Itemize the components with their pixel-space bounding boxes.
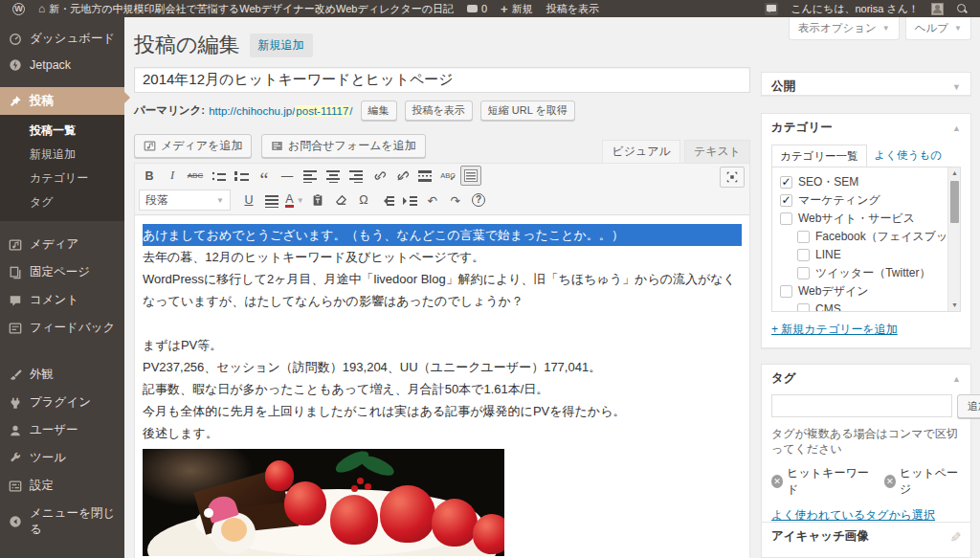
- remove-tag-icon[interactable]: ✕: [771, 475, 783, 488]
- clear-formatting-button[interactable]: [330, 190, 351, 211]
- category-list-scrollbar[interactable]: ▲ ▼: [947, 167, 960, 311]
- editor-line[interactable]: WordPressに移行して2ヶ月目、月途中「livedoor Blog」解約に…: [143, 268, 742, 312]
- chevron-up-icon[interactable]: ▲: [952, 123, 961, 133]
- wp-logo-menu[interactable]: W: [6, 0, 32, 17]
- screen-options-tab[interactable]: 表示オプション▼: [789, 17, 900, 40]
- bold-button[interactable]: B: [139, 166, 160, 186]
- get-short-url-button[interactable]: 短縮 URL を取得: [480, 100, 575, 121]
- help-button[interactable]: ?: [468, 190, 489, 211]
- category-item[interactable]: Facebook（フェイスブック）: [780, 228, 943, 246]
- checkbox-icon[interactable]: [780, 194, 792, 207]
- editor-line[interactable]: 今月も全体的に先月を上回りましたがこれは実はある記事が爆発的にPVを得たから。: [143, 400, 742, 422]
- scroll-down-arrow[interactable]: ▼: [948, 300, 961, 311]
- help-tab[interactable]: ヘルプ▼: [905, 17, 971, 40]
- indent-button[interactable]: [399, 190, 420, 211]
- pencil-icon[interactable]: ✎: [947, 531, 963, 543]
- editor-line[interactable]: [143, 312, 742, 334]
- bulleted-list-button[interactable]: [208, 166, 229, 186]
- text-color-button[interactable]: A▼: [284, 190, 305, 211]
- admin-bar-view-post[interactable]: 投稿を表示: [540, 0, 606, 17]
- category-item[interactable]: マーケティング: [780, 191, 943, 210]
- add-tag-button[interactable]: 追加: [957, 394, 980, 418]
- post-title-input[interactable]: [134, 67, 750, 93]
- sidebar-item-comments[interactable]: コメント: [0, 286, 124, 314]
- undo-button[interactable]: ↶: [422, 190, 443, 211]
- admin-bar-comments[interactable]: 0: [460, 0, 494, 17]
- underline-button[interactable]: U: [238, 190, 259, 211]
- sidebar-item-appearance[interactable]: 外観: [0, 361, 124, 389]
- remove-link-button[interactable]: [391, 166, 412, 186]
- permalink-url[interactable]: http://chihochu.jp/post-11117/: [209, 105, 352, 117]
- paragraph-format-select[interactable]: 段落▼: [139, 190, 231, 211]
- visual-editor-tab[interactable]: ビジュアル: [602, 140, 679, 163]
- proofread-button[interactable]: ABC✓: [437, 166, 458, 186]
- editor-line[interactable]: 後述します。: [143, 422, 742, 444]
- insert-link-button[interactable]: [368, 166, 390, 186]
- checkbox-icon[interactable]: [797, 303, 810, 312]
- search-button[interactable]: [949, 0, 974, 17]
- category-item[interactable]: ツイッター（Twitter）: [780, 264, 943, 282]
- blockquote-button[interactable]: “: [254, 166, 275, 186]
- admin-bar-new-content[interactable]: + 新規: [494, 0, 540, 17]
- insert-more-tag-button[interactable]: [414, 166, 435, 186]
- add-new-post-button[interactable]: 新規追加: [250, 33, 313, 57]
- notification-bubble-icon[interactable]: [765, 3, 778, 15]
- sidebar-item-feedback[interactable]: フィードバック: [0, 314, 124, 342]
- all-categories-tab[interactable]: カテゴリー一覧: [771, 145, 867, 167]
- sidebar-item-settings[interactable]: 設定: [0, 472, 124, 500]
- checkbox-icon[interactable]: [780, 212, 792, 225]
- editor-line[interactable]: まずはPV等。: [143, 334, 742, 356]
- add-media-button[interactable]: メディアを追加: [134, 134, 252, 158]
- chevron-up-icon[interactable]: ▲: [952, 374, 961, 384]
- site-name-link[interactable]: ⌂ 新・元地方の中規模印刷会社で苦悩するWebデザイナー改めWebディレクターの…: [32, 0, 460, 17]
- paste-as-text-button[interactable]: [307, 190, 328, 211]
- tags-panel-header[interactable]: タグ ▲: [762, 365, 970, 392]
- chevron-down-icon[interactable]: ▼: [952, 82, 961, 92]
- toolbar-toggle-button[interactable]: [460, 166, 481, 186]
- remove-tag-icon[interactable]: ✕: [884, 475, 896, 488]
- checkbox-icon[interactable]: [780, 176, 792, 189]
- justify-button[interactable]: [261, 190, 282, 211]
- editor-line-selected[interactable]: あけましておめでとうございます。（もう、なんどこの言葉で始まったことか。。）: [143, 224, 742, 246]
- new-tag-input[interactable]: [771, 394, 952, 417]
- submenu-tags[interactable]: タグ: [0, 190, 124, 214]
- category-item[interactable]: SEO・SEM: [780, 173, 943, 191]
- scrollbar-thumb[interactable]: [950, 181, 959, 223]
- text-editor-tab[interactable]: テキスト: [684, 140, 750, 163]
- outdent-button[interactable]: [376, 190, 397, 211]
- add-contact-form-button[interactable]: お問合せフォームを追加: [261, 134, 426, 158]
- checkbox-icon[interactable]: [797, 267, 810, 279]
- special-character-button[interactable]: Ω: [353, 190, 374, 211]
- account-greeting[interactable]: こんにちは、norisa さん！: [784, 0, 925, 17]
- permalink-slug[interactable]: post-11117: [295, 105, 349, 117]
- sidebar-item-media[interactable]: メディア: [0, 231, 124, 258]
- most-used-categories-tab[interactable]: よく使うもの: [867, 145, 949, 167]
- submenu-add-new[interactable]: 新規追加: [0, 143, 124, 167]
- edit-permalink-button[interactable]: 編集: [361, 100, 397, 121]
- editor-content[interactable]: あけましておめでとうございます。（もう、なんどこの言葉で始まったことか。。） 去…: [135, 215, 749, 558]
- align-center-button[interactable]: [323, 166, 344, 186]
- post-image-christmas-cake[interactable]: [143, 449, 504, 556]
- strikethrough-button[interactable]: ABC: [185, 166, 206, 186]
- categories-panel-header[interactable]: カテゴリー ▲: [762, 114, 970, 142]
- align-right-button[interactable]: [345, 166, 367, 186]
- category-item[interactable]: Webデザイン: [780, 282, 943, 301]
- checkbox-icon[interactable]: [797, 249, 810, 261]
- align-left-button[interactable]: [300, 166, 321, 186]
- submenu-categories[interactable]: カテゴリー: [0, 167, 124, 190]
- scroll-up-arrow[interactable]: ▲: [948, 167, 961, 179]
- sidebar-item-users[interactable]: ユーザー: [0, 416, 124, 444]
- category-item[interactable]: CMS: [780, 301, 943, 312]
- distraction-free-button[interactable]: [720, 167, 745, 188]
- sidebar-item-plugins[interactable]: プラグイン: [0, 389, 124, 416]
- editor-line[interactable]: 記事数、暇な日が多かったこともあって増え、月合計50本で1.61本/日。: [143, 378, 742, 400]
- publish-panel-header[interactable]: 公開 ▼: [762, 73, 970, 100]
- sidebar-item-pages[interactable]: 固定ページ: [0, 258, 124, 286]
- featured-image-panel-header[interactable]: アイキャッチ画像 ✎: [762, 523, 970, 550]
- italic-button[interactable]: I: [162, 166, 183, 186]
- sidebar-item-dashboard[interactable]: ダッシュボード: [0, 25, 124, 53]
- redo-button[interactable]: ↷: [445, 190, 466, 211]
- sidebar-item-posts[interactable]: 投稿: [0, 87, 124, 115]
- choose-from-most-used-link[interactable]: よく使われているタグから選択: [771, 508, 935, 522]
- view-post-button[interactable]: 投稿を表示: [405, 100, 473, 121]
